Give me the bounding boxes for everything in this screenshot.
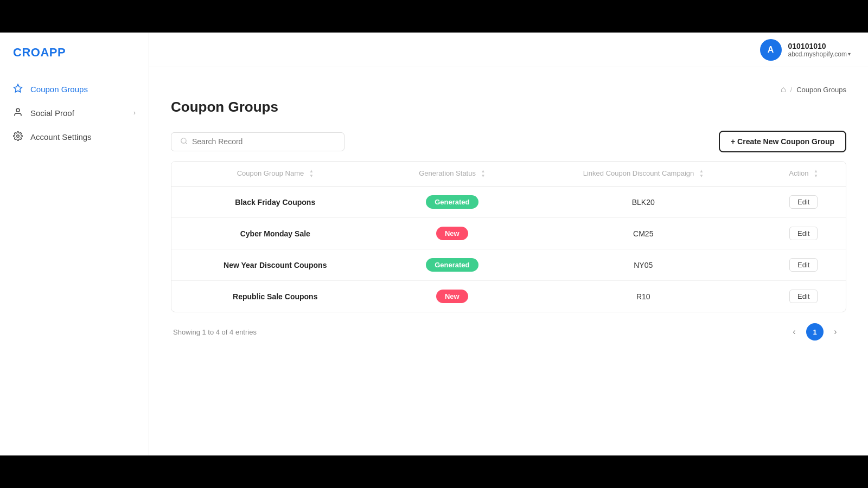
sort-icon-name: ▲▼ xyxy=(309,169,314,178)
svg-point-2 xyxy=(17,135,20,138)
prev-page-button[interactable]: ‹ xyxy=(786,323,803,341)
user-details: 010101010 abcd.myshopify.com ▾ xyxy=(788,42,851,58)
chevron-down-icon: ▾ xyxy=(848,51,851,57)
cell-campaign: NY05 xyxy=(525,249,761,281)
bottom-bar xyxy=(0,455,868,488)
header-bar: A 010101010 abcd.myshopify.com ▾ xyxy=(149,33,868,67)
person-icon xyxy=(13,107,24,118)
sidebar: CROAPP Coupon Groups Social Proof xyxy=(0,33,149,455)
home-icon: ⌂ xyxy=(781,85,786,94)
cell-status: New xyxy=(379,218,526,249)
content-area: A 010101010 abcd.myshopify.com ▾ ⌂ / Cou… xyxy=(149,33,868,455)
toolbar: + Create New Coupon Group xyxy=(171,131,846,152)
user-menu[interactable]: A 010101010 abcd.myshopify.com ▾ xyxy=(760,39,851,61)
cell-name: Republic Sale Coupons xyxy=(171,281,379,312)
next-page-button[interactable]: › xyxy=(827,323,844,341)
table-row: Black Friday Coupons Generated BLK20 Edi… xyxy=(171,187,846,218)
pagination-row: Showing 1 to 4 of 4 entries ‹ 1 › xyxy=(171,323,846,341)
current-page-number[interactable]: 1 xyxy=(806,323,824,341)
table-header-row: Coupon Group Name ▲▼ Generation Status ▲… xyxy=(171,162,846,187)
status-badge: Generated xyxy=(426,258,478,272)
sidebar-item-label: Account Settings xyxy=(30,132,92,142)
sort-icon-action: ▲▼ xyxy=(814,169,818,178)
search-input[interactable] xyxy=(192,137,335,146)
status-badge: New xyxy=(436,227,468,240)
page-title: Coupon Groups xyxy=(171,99,846,115)
sidebar-item-social-proof[interactable]: Social Proof › xyxy=(0,101,149,125)
svg-marker-0 xyxy=(14,85,22,92)
page-body: ⌂ / Coupon Groups Coupon Groups + xyxy=(149,67,868,455)
cell-action: Edit xyxy=(761,281,846,312)
svg-point-1 xyxy=(16,108,20,112)
status-badge: New xyxy=(436,290,468,303)
status-badge: Generated xyxy=(426,195,478,209)
edit-button[interactable]: Edit xyxy=(789,195,818,209)
table-row: New Year Discount Coupons Generated NY05… xyxy=(171,249,846,281)
col-header-name[interactable]: Coupon Group Name ▲▼ xyxy=(171,162,379,187)
star-icon xyxy=(13,84,24,94)
avatar: A xyxy=(760,39,782,61)
breadcrumb-current: Coupon Groups xyxy=(796,86,846,94)
create-coupon-group-button[interactable]: + Create New Coupon Group xyxy=(719,131,846,152)
cell-campaign: R10 xyxy=(525,281,761,312)
breadcrumb-separator: / xyxy=(790,86,793,94)
sidebar-item-label: Social Proof xyxy=(30,108,74,118)
svg-point-3 xyxy=(181,138,186,143)
user-name: 010101010 xyxy=(788,42,851,50)
cell-action: Edit xyxy=(761,218,846,249)
cell-status: New xyxy=(379,281,526,312)
breadcrumb: ⌂ / Coupon Groups xyxy=(171,85,846,94)
edit-button[interactable]: Edit xyxy=(789,258,818,272)
cell-name: Black Friday Coupons xyxy=(171,187,379,218)
sidebar-item-coupon-groups[interactable]: Coupon Groups xyxy=(0,77,149,101)
cell-name: New Year Discount Coupons xyxy=(171,249,379,281)
edit-button[interactable]: Edit xyxy=(789,290,818,303)
pagination-controls: ‹ 1 › xyxy=(786,323,844,341)
table-row: Republic Sale Coupons New R10 Edit xyxy=(171,281,846,312)
col-header-status[interactable]: Generation Status ▲▼ xyxy=(379,162,526,187)
sort-icon-campaign: ▲▼ xyxy=(699,169,704,178)
search-icon xyxy=(180,137,188,146)
coupon-groups-table: Coupon Group Name ▲▼ Generation Status ▲… xyxy=(171,161,846,312)
cell-campaign: CM25 xyxy=(525,218,761,249)
sidebar-item-label: Coupon Groups xyxy=(30,85,88,94)
table-row: Cyber Monday Sale New CM25 Edit xyxy=(171,218,846,249)
col-header-campaign[interactable]: Linked Coupon Discount Campaign ▲▼ xyxy=(525,162,761,187)
sort-icon-status: ▲▼ xyxy=(481,169,486,178)
cell-action: Edit xyxy=(761,249,846,281)
cell-campaign: BLK20 xyxy=(525,187,761,218)
sidebar-nav: Coupon Groups Social Proof › xyxy=(0,77,149,149)
cell-action: Edit xyxy=(761,187,846,218)
user-store: abcd.myshopify.com ▾ xyxy=(788,50,851,58)
showing-text: Showing 1 to 4 of 4 entries xyxy=(173,328,257,336)
sidebar-item-account-settings[interactable]: Account Settings xyxy=(0,125,149,149)
app-logo: CROAPP xyxy=(0,46,149,77)
cell-status: Generated xyxy=(379,249,526,281)
cell-status: Generated xyxy=(379,187,526,218)
top-bar xyxy=(0,0,868,33)
svg-line-4 xyxy=(186,142,187,144)
search-box[interactable] xyxy=(171,132,344,151)
gear-icon xyxy=(13,131,24,142)
edit-button[interactable]: Edit xyxy=(789,227,818,240)
cell-name: Cyber Monday Sale xyxy=(171,218,379,249)
col-header-action[interactable]: Action ▲▼ xyxy=(761,162,846,187)
chevron-right-icon: › xyxy=(133,109,136,117)
